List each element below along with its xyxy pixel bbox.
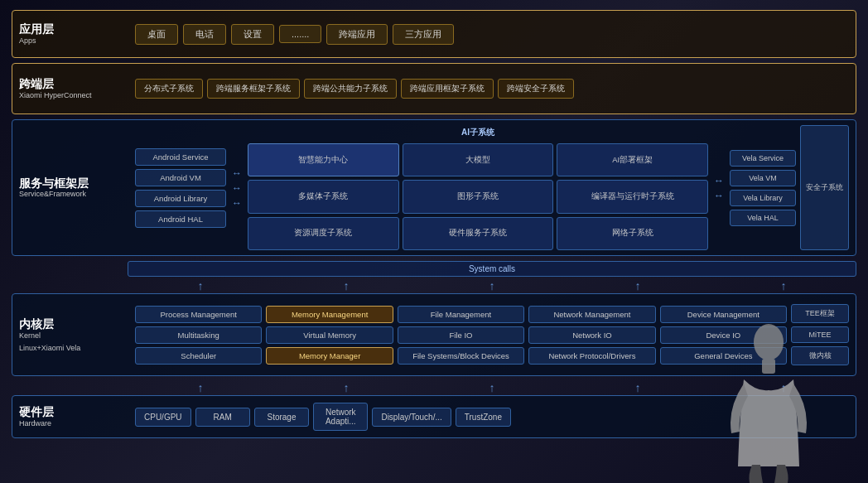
app-more: .......: [279, 25, 321, 43]
hardware-layer-title: 硬件层 Hardware: [19, 405, 54, 428]
cross-item-4: 跨端安全子系统: [498, 79, 574, 99]
presenter-silhouette: [715, 317, 822, 483]
service-row-2: 资源调度子系统 硬件服务子系统 网络子系统: [248, 217, 708, 250]
vela-hal: Vela HAL: [730, 210, 796, 226]
android-hal: Android HAL: [135, 210, 226, 228]
app-third: 三方应用: [393, 24, 454, 45]
main-service-grid: AI子系统 智慧能力中心 大模型 AI部署框架 多媒体子系统 图形子系统 编译器…: [248, 125, 708, 250]
cross-item-0: 分布式子系统: [135, 79, 203, 99]
vela-library: Vela Library: [730, 190, 796, 206]
hw-ram: RAM: [195, 408, 250, 427]
cross-item-1: 跨端服务框架子系统: [207, 79, 300, 99]
hardware-row: CPU/GPU RAM Storage Network Adapti... Di…: [135, 401, 511, 432]
k-fs-block: File Systems/Block Devices: [398, 347, 524, 365]
svc-cell-0-1: 大模型: [403, 143, 554, 176]
arrows-col: ↔ ↔ ↔: [230, 125, 244, 250]
hw-network: Network Adapti...: [313, 403, 368, 431]
app-phone: 电话: [183, 24, 226, 45]
apps-layer: 应用层 Apps 桌面 电话 设置 ....... 跨端应用 三方应用: [12, 10, 856, 58]
app-desktop: 桌面: [135, 24, 178, 45]
k-file-io: File IO: [398, 326, 524, 344]
k-multitask: Multitasking: [135, 326, 262, 344]
svc-cell-0-2: AI部署框架: [557, 143, 708, 176]
kernel-row-0: Process Management Memory Management Fil…: [135, 306, 787, 323]
cross-item-3: 跨端应用框架子系统: [401, 79, 494, 99]
k-scheduler: Scheduler: [135, 347, 262, 365]
android-service: Android Service: [135, 148, 226, 166]
vela-column: Vela Service Vela VM Vela Library Vela H…: [730, 125, 796, 250]
cross-item-2: 跨端公共能力子系统: [304, 79, 397, 99]
service-layer-title: 服务与框架层 Service&Framework: [19, 176, 89, 200]
app-cross: 跨端应用: [326, 24, 388, 45]
svc-cell-1-1: 图形子系统: [403, 180, 554, 213]
apps-row: 桌面 电话 设置 ....... 跨端应用 三方应用: [135, 16, 454, 52]
hw-cpu: CPU/GPU: [135, 408, 191, 427]
svc-cell-2-0: 资源调度子系统: [248, 217, 399, 250]
cross-row: 分布式子系统 跨端服务框架子系统 跨端公共能力子系统 跨端应用框架子系统 跨端安…: [135, 69, 574, 109]
arrows-col-right: ↔ ↔: [712, 125, 726, 250]
vela-service: Vela Service: [730, 150, 796, 167]
ai-label: AI子系统: [248, 125, 708, 140]
vela-vm: Vela VM: [730, 170, 796, 186]
layer-arrows-1: ↑ ↑ ↑ ↑ ↑: [128, 279, 856, 292]
k-network-io: Network IO: [528, 326, 655, 344]
k-network-mgmt: Network Management: [528, 306, 655, 323]
svg-point-0: [754, 324, 784, 360]
app-settings: 设置: [231, 24, 274, 45]
k-memory-manager: Memory Manager: [266, 347, 393, 365]
android-column: Android Service Android VM Android Libra…: [135, 125, 226, 250]
cross-layer: 跨端层 Xiaomi HyperConnect 分布式子系统 跨端服务框架子系统…: [12, 63, 856, 114]
service-layer: 服务与框架层 Service&Framework Android Service…: [12, 119, 856, 256]
k-file-mgmt: File Management: [398, 306, 524, 323]
svc-cell-1-0: 多媒体子系统: [248, 180, 399, 213]
cross-layer-title: 跨端层 Xiaomi HyperConnect: [19, 77, 92, 100]
syscall-bar: System calls: [128, 261, 856, 277]
apps-layer-title: 应用层 Apps: [19, 22, 54, 46]
kernel-layer-title: 内核层 Kernel Linux+Xiaomi Vela: [19, 317, 80, 352]
svc-cell-2-2: 网络子系统: [557, 217, 708, 250]
slide: 应用层 Apps 桌面 电话 设置 ....... 跨端应用 三方应用 跨端层 …: [0, 0, 868, 483]
svg-rect-1: [762, 359, 775, 374]
k-net-proto: Network Protocol/Drivers: [528, 347, 655, 365]
k-process: Process Management: [135, 306, 262, 323]
svc-cell-2-1: 硬件服务子系统: [403, 217, 554, 250]
hw-storage: Storage: [254, 408, 309, 427]
kernel-grid: Process Management Memory Management Fil…: [135, 299, 787, 370]
k-memory-mgmt: Memory Management: [266, 306, 393, 323]
security-cell: 安全子系统: [800, 125, 849, 250]
k-virtual-mem: Virtual Memory: [266, 326, 393, 344]
kernel-row-1: Multitasking Virtual Memory File IO Netw…: [135, 326, 787, 344]
hw-display: Display/Touch/...: [372, 408, 451, 427]
svc-cell-0-0: 智慧能力中心: [248, 143, 399, 176]
android-vm: Android VM: [135, 169, 226, 186]
kernel-row-2: Scheduler Memory Manager File Systems/Bl…: [135, 347, 787, 365]
service-row-1: 多媒体子系统 图形子系统 编译器与运行时子系统: [248, 180, 708, 213]
hw-trustzone: TrustZone: [456, 408, 511, 427]
service-content: Android Service Android VM Android Libra…: [135, 125, 849, 250]
android-library: Android Library: [135, 190, 226, 207]
svc-cell-1-2: 编译器与运行时子系统: [557, 180, 708, 213]
service-row-0: 智慧能力中心 大模型 AI部署框架: [248, 143, 708, 176]
